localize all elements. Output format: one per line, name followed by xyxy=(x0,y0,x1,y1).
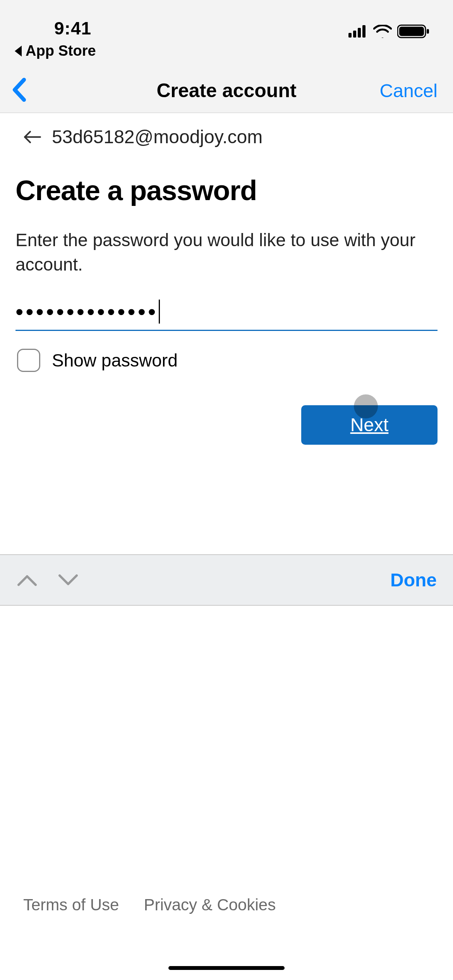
keyboard-accessory-bar: Done xyxy=(0,554,453,606)
touch-indicator xyxy=(354,394,378,418)
password-value-masked: •••••••••••••• xyxy=(15,300,158,323)
text-cursor xyxy=(159,300,160,324)
back-to-appstore-breadcrumb[interactable]: App Store xyxy=(0,39,453,69)
battery-icon xyxy=(397,24,430,39)
page-title: Create a password xyxy=(15,159,438,206)
content: 53d65182@moodjoy.com Create a password E… xyxy=(0,113,453,445)
svg-rect-2 xyxy=(358,28,361,38)
svg-rect-6 xyxy=(427,29,429,34)
keyboard-done-button[interactable]: Done xyxy=(390,569,437,591)
nav-back-button[interactable] xyxy=(12,77,26,104)
footer-links: Terms of Use Privacy & Cookies xyxy=(23,896,276,914)
next-button[interactable]: Next xyxy=(301,405,438,445)
chevron-up-icon[interactable] xyxy=(16,573,38,587)
terms-link[interactable]: Terms of Use xyxy=(23,896,119,914)
svg-rect-1 xyxy=(353,31,356,38)
cancel-button[interactable]: Cancel xyxy=(380,80,438,101)
next-row: Next xyxy=(15,372,438,445)
password-input[interactable]: •••••••••••••• xyxy=(15,300,438,331)
status-time: 9:41 xyxy=(54,18,91,39)
status-icons xyxy=(348,24,434,39)
back-triangle-icon xyxy=(15,46,22,57)
cellular-icon xyxy=(348,25,368,38)
show-password-label: Show password xyxy=(52,350,178,371)
wifi-icon xyxy=(373,25,392,38)
svg-rect-5 xyxy=(399,27,424,36)
show-password-row[interactable]: Show password xyxy=(15,331,438,372)
chevron-down-icon[interactable] xyxy=(57,573,79,587)
home-indicator[interactable] xyxy=(168,966,285,970)
instruction-text: Enter the password you would like to use… xyxy=(15,206,438,277)
status-bar: 9:41 xyxy=(0,0,453,39)
chevron-left-icon xyxy=(12,77,26,102)
svg-rect-3 xyxy=(362,25,365,38)
privacy-link[interactable]: Privacy & Cookies xyxy=(144,896,276,914)
show-password-checkbox[interactable] xyxy=(17,349,40,372)
arrow-left-icon xyxy=(22,129,41,145)
nav-bar: Create account Cancel xyxy=(0,69,453,113)
breadcrumb-label: App Store xyxy=(26,43,96,59)
email-display: 53d65182@moodjoy.com xyxy=(52,126,263,147)
email-back-row[interactable]: 53d65182@moodjoy.com xyxy=(15,113,438,159)
form-nav-arrows xyxy=(16,573,79,587)
svg-rect-0 xyxy=(348,33,352,38)
nav-title: Create account xyxy=(156,79,296,102)
